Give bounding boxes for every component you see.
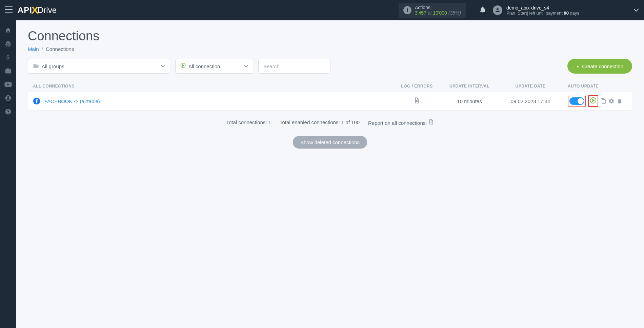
- breadcrumb-current: Connections: [46, 46, 74, 52]
- user-menu[interactable]: demo_apix-drive_s4 Plan |Start| left unt…: [493, 5, 579, 16]
- gear-icon[interactable]: [608, 98, 615, 104]
- create-connection-button[interactable]: + Create connection: [567, 59, 632, 74]
- top-header: APIXDrive i Actions: 3'457 of 10'000 (35…: [0, 0, 644, 20]
- status-select[interactable]: All connection: [175, 59, 253, 74]
- log-icon[interactable]: [391, 97, 442, 105]
- filters-bar: All groups All connection + Create conne…: [28, 59, 632, 74]
- dollar-icon[interactable]: [4, 54, 12, 61]
- notifications-icon[interactable]: [479, 6, 486, 15]
- trash-icon[interactable]: [617, 98, 623, 104]
- groups-select[interactable]: All groups: [28, 59, 170, 74]
- plus-icon: +: [576, 63, 579, 69]
- youtube-icon[interactable]: [4, 81, 12, 88]
- search-input[interactable]: [258, 59, 330, 74]
- sitemap-icon[interactable]: [4, 40, 12, 47]
- report-label: Report on all connections:: [368, 119, 434, 126]
- menu-icon[interactable]: [5, 6, 13, 14]
- play-icon: [180, 63, 186, 70]
- breadcrumb: Main / Connections: [28, 46, 632, 52]
- logo[interactable]: APIXDrive: [18, 4, 57, 16]
- run-icon[interactable]: [590, 99, 597, 105]
- avatar-icon: [493, 5, 502, 15]
- update-interval: 10 minutes: [442, 98, 497, 104]
- user-name: demo_apix-drive_s4: [506, 5, 579, 11]
- chevron-down-icon[interactable]: [633, 7, 639, 13]
- total-connections: Total connections: 1: [226, 119, 271, 125]
- update-date: 09.02.2023 17:44: [497, 98, 564, 104]
- folder-icon: [33, 63, 39, 70]
- user-plan: Plan |Start| left until payment 90 days: [506, 11, 579, 16]
- home-icon[interactable]: [4, 26, 12, 34]
- highlight-toggle: [568, 96, 586, 107]
- sidebar: [0, 20, 16, 328]
- summary-bar: Total connections: 1 Total enabled conne…: [28, 119, 632, 126]
- auto-update-toggle[interactable]: [569, 97, 584, 105]
- main-content: Connections Main / Connections All group…: [16, 20, 644, 328]
- info-icon: i: [403, 6, 411, 14]
- table-header: ALL CONNECTIONS LOG / ERRORS UPDATE INTE…: [28, 80, 632, 92]
- chevron-down-icon: [161, 63, 165, 69]
- report-icon[interactable]: [428, 120, 434, 126]
- copy-icon[interactable]: [600, 98, 606, 104]
- breadcrumb-main[interactable]: Main: [28, 46, 39, 52]
- briefcase-icon[interactable]: [4, 67, 12, 75]
- chevron-down-icon: [244, 63, 248, 69]
- user-icon[interactable]: [4, 94, 12, 102]
- actions-counter[interactable]: i Actions: 3'457 of 10'000 (35%): [399, 3, 466, 18]
- page-title: Connections: [28, 29, 632, 43]
- show-deleted-button[interactable]: Show deleted connections: [293, 136, 367, 149]
- table-row: FACEBOOK -> (airtable) 10 minutes 09.02.…: [28, 92, 632, 110]
- actions-label: Actions:: [415, 5, 461, 10]
- highlight-play: [588, 95, 598, 107]
- facebook-icon: [33, 97, 40, 105]
- connection-link[interactable]: FACEBOOK -> (airtable): [44, 98, 100, 104]
- help-icon[interactable]: [4, 108, 12, 115]
- enabled-connections: Total enabled connections: 1 of 100: [280, 119, 360, 125]
